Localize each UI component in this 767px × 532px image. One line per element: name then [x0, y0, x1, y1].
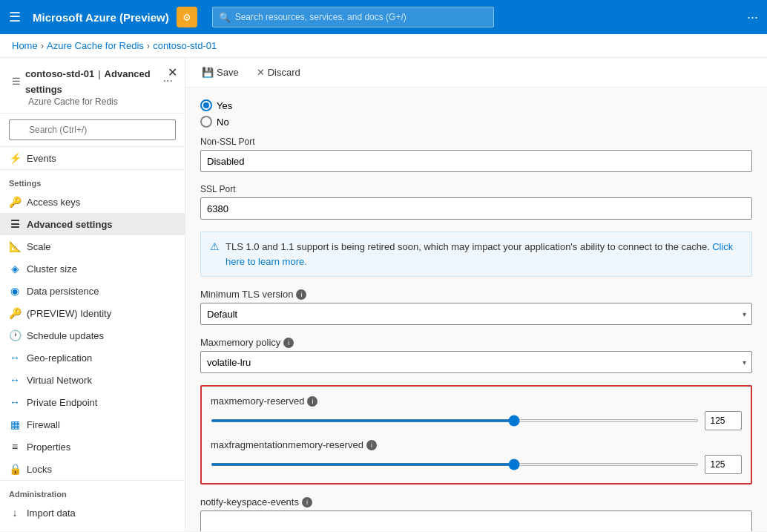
sidebar-item-label: Advanced settings	[27, 219, 113, 230]
main-layout: ☰ contoso-std-01 | Advanced settings ···…	[0, 58, 767, 531]
virtual-network-icon: ↔	[9, 374, 21, 386]
radio-no[interactable]: No	[200, 116, 752, 128]
maxfrag-reserved-input[interactable]	[705, 455, 742, 474]
maxmemory-policy-info-icon[interactable]: i	[283, 338, 294, 348]
sidebar-item-label: Import data	[27, 508, 76, 519]
sidebar-item-events[interactable]: ⚡ Events	[0, 147, 185, 169]
maxfrag-reserved-group: maxfragmentationmemory-reserved i	[211, 439, 742, 474]
sidebar-item-cluster-size[interactable]: ◈ Cluster size	[0, 257, 185, 280]
notify-keyspace-group: notify-keyspace-events i	[200, 496, 752, 531]
notify-keyspace-input[interactable]	[200, 510, 752, 531]
ssl-radio-group: Yes No	[200, 99, 752, 128]
min-tls-select[interactable]: Default	[200, 303, 752, 325]
administration-section-title: Administration	[0, 480, 185, 502]
sidebar-item-label: Access keys	[27, 197, 80, 208]
sidebar-item-locks[interactable]: 🔒 Locks	[0, 458, 185, 480]
search-icon: 🔍	[219, 12, 231, 23]
content-scroll: Yes No Non-SSL Port SSL Port ⚠	[185, 88, 767, 531]
breadcrumb-service[interactable]: Azure Cache for Redis	[47, 40, 144, 51]
non-ssl-port-input[interactable]	[200, 150, 752, 172]
import-data-icon: ↓	[9, 507, 21, 519]
sidebar-item-preview-identity[interactable]: 🔑 (PREVIEW) Identity	[0, 302, 185, 324]
geo-replication-icon: ↔	[9, 352, 21, 364]
maxmemory-reserved-label: maxmemory-reserved	[211, 395, 304, 407]
sidebar-item-label: Virtual Network	[27, 375, 92, 386]
tls-info-text: TLS 1.0 and 1.1 support is being retired…	[226, 241, 710, 252]
search-placeholder: Search resources, services, and docs (G+…	[235, 12, 406, 22]
advanced-settings-icon: ☰	[9, 218, 21, 230]
sidebar-item-data-persistence[interactable]: ◉ Data persistence	[0, 280, 185, 302]
global-search[interactable]: 🔍 Search resources, services, and docs (…	[212, 7, 494, 27]
sidebar-item-geo-replication[interactable]: ↔ Geo-replication	[0, 347, 185, 369]
radio-no-label: No	[217, 116, 229, 128]
sidebar-item-label: (PREVIEW) Identity	[27, 308, 111, 319]
save-label: Save	[217, 67, 239, 78]
maxfrag-reserved-info-icon[interactable]: i	[366, 440, 377, 450]
non-ssl-port-label: Non-SSL Port	[200, 137, 752, 147]
sidebar-item-label: Scale	[27, 241, 51, 252]
save-icon: 💾	[202, 67, 214, 78]
maxfrag-reserved-label: maxfragmentationmemory-reserved	[211, 439, 363, 450]
tls-info-box: ⚠ TLS 1.0 and 1.1 support is being retir…	[200, 231, 752, 277]
sidebar-item-properties[interactable]: ≡ Properties	[0, 436, 185, 458]
app-icon: ⚙	[177, 7, 197, 27]
notify-keyspace-label: notify-keyspace-events	[200, 496, 299, 508]
maxmemory-policy-select[interactable]: volatile-lru	[200, 351, 752, 373]
hamburger-menu-icon[interactable]: ☰	[9, 9, 21, 25]
content-area: 💾 Save ✕ Discard Yes No	[185, 58, 767, 531]
sidebar-item-virtual-network[interactable]: ↔ Virtual Network	[0, 369, 185, 391]
min-tls-label: Minimum TLS version	[200, 289, 293, 300]
breadcrumb-home[interactable]: Home	[12, 40, 38, 51]
notify-keyspace-info-icon[interactable]: i	[302, 497, 312, 508]
ssl-port-input[interactable]	[200, 197, 752, 220]
ssl-port-label: SSL Port	[200, 184, 752, 194]
sidebar-item-access-keys[interactable]: 🔑 Access keys	[0, 191, 185, 213]
min-tls-info-icon[interactable]: i	[296, 289, 306, 300]
app-title: Microsoft Azure (Preview)	[33, 11, 169, 24]
sidebar-item-label: Properties	[27, 441, 70, 453]
page-title: contoso-std-01 | Advanced settings	[25, 65, 156, 96]
sidebar-item-import-data[interactable]: ↓ Import data	[0, 502, 185, 524]
private-endpoint-icon: ↔	[9, 396, 21, 408]
page-header: ☰ contoso-std-01 | Advanced settings ···…	[0, 58, 185, 114]
maxmemory-policy-label: Maxmemory policy	[200, 337, 280, 348]
sidebar-item-label: Data persistence	[27, 286, 99, 297]
sidebar: ☰ contoso-std-01 | Advanced settings ···…	[0, 58, 185, 531]
sidebar-search-input[interactable]	[9, 119, 176, 140]
discard-icon: ✕	[257, 67, 265, 78]
sidebar-item-private-endpoint[interactable]: ↔ Private Endpoint	[0, 391, 185, 413]
save-button[interactable]: 💾 Save	[197, 64, 243, 81]
memory-reserved-section: maxmemory-reserved i maxfragmentationmem…	[200, 385, 752, 485]
sidebar-item-firewall[interactable]: ▦ Firewall	[0, 413, 185, 436]
events-icon: ⚡	[9, 152, 21, 164]
maxmemory-reserved-input[interactable]	[705, 411, 742, 430]
radio-yes[interactable]: Yes	[200, 99, 752, 111]
maxfrag-reserved-slider[interactable]	[211, 463, 699, 466]
maxmemory-reserved-slider[interactable]	[211, 419, 699, 422]
data-persistence-icon: ◉	[9, 285, 21, 297]
breadcrumb-resource[interactable]: contoso-std-01	[153, 40, 217, 51]
maxmemory-reserved-group: maxmemory-reserved i	[211, 395, 742, 430]
sidebar-item-scale[interactable]: 📐 Scale	[0, 235, 185, 257]
sidebar-item-schedule-updates[interactable]: 🕐 Schedule updates	[0, 324, 185, 347]
close-button[interactable]: ✕	[168, 65, 177, 79]
sidebar-item-label: Private Endpoint	[27, 397, 97, 408]
sidebar-item-label: Events	[27, 153, 56, 164]
preview-identity-icon: 🔑	[9, 307, 21, 319]
discard-button[interactable]: ✕ Discard	[252, 64, 305, 81]
sidebar-item-label: Locks	[27, 464, 52, 475]
access-keys-icon: 🔑	[9, 196, 21, 208]
locks-icon: 🔒	[9, 463, 21, 475]
maxmemory-reserved-info-icon[interactable]: i	[307, 396, 317, 407]
breadcrumb: Home › Azure Cache for Redis › contoso-s…	[0, 34, 767, 58]
sidebar-item-label: Geo-replication	[27, 352, 92, 364]
header-icon: ☰	[12, 76, 21, 87]
scale-icon: 📐	[9, 240, 21, 252]
sidebar-item-advanced-settings[interactable]: ☰ Advanced settings	[0, 213, 185, 235]
sidebar-item-label: Cluster size	[27, 263, 77, 275]
discard-label: Discard	[268, 67, 300, 78]
min-tls-group: Minimum TLS version i Default ▾	[200, 289, 752, 325]
top-more-button[interactable]: ···	[747, 10, 758, 25]
firewall-icon: ▦	[9, 418, 21, 430]
tls-warning-icon: ⚠	[210, 240, 220, 252]
